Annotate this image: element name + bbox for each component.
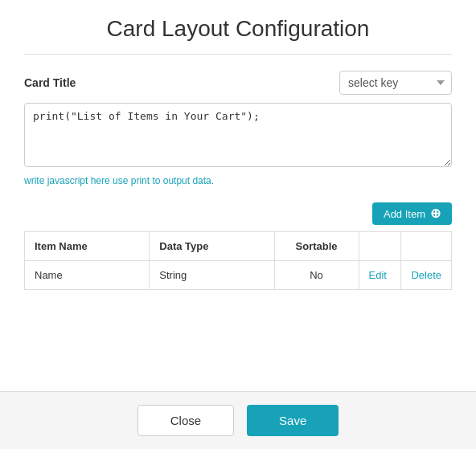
plus-icon: ⊕ (430, 207, 441, 220)
col-header-data-type: Data Type (150, 232, 274, 261)
card-title-label: Card Title (24, 76, 339, 89)
code-editor[interactable]: print("List of Items in Your Cart"); (24, 103, 452, 167)
add-item-label: Add Item (384, 208, 425, 220)
save-button[interactable]: Save (247, 405, 339, 436)
cell-data-type: String (150, 261, 274, 290)
hint-text: write javascript here use print to outpu… (24, 175, 452, 186)
cell-edit[interactable]: Edit (359, 261, 401, 290)
edit-link[interactable]: Edit (369, 269, 387, 281)
table-row: Name String No Edit Delete (25, 261, 452, 290)
add-item-button[interactable]: Add Item ⊕ (372, 202, 452, 225)
col-header-edit (359, 232, 401, 261)
delete-link[interactable]: Delete (411, 269, 441, 281)
table-header-row: Item Name Data Type Sortable (25, 232, 452, 261)
col-header-sortable: Sortable (274, 232, 359, 261)
select-key-dropdown[interactable]: select key (339, 71, 452, 95)
cell-sortable: No (274, 261, 359, 290)
items-table: Item Name Data Type Sortable Name String… (24, 231, 452, 290)
col-header-delete (401, 232, 452, 261)
col-header-item-name: Item Name (25, 232, 150, 261)
cell-item-name: Name (25, 261, 150, 290)
cell-delete[interactable]: Delete (401, 261, 452, 290)
close-button[interactable]: Close (137, 405, 234, 436)
page-title: Card Layout Configuration (24, 16, 452, 55)
